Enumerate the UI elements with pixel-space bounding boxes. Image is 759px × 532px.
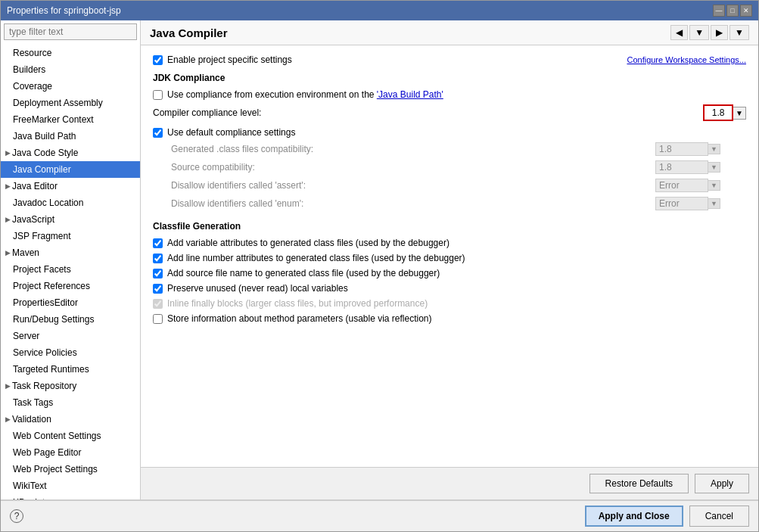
header-right: ◀ ▼ ▶ ▼ (670, 25, 749, 40)
compliance-value: 1.8 (703, 104, 733, 121)
setting-arrow-2[interactable]: ▼ (708, 162, 720, 173)
cf-label-6: Store information about method parameter… (167, 313, 432, 324)
cf-checkbox-5 (153, 299, 163, 309)
forward-button[interactable]: ▶ (711, 25, 728, 40)
jdk-section: JDK Compliance Use compliance from execu… (153, 73, 746, 210)
setting-value-3: Error (655, 179, 708, 192)
sidebar-item-deployment-assembly[interactable]: Deployment Assembly (1, 95, 140, 111)
cf-label-2: Add line number attributes to generated … (167, 253, 465, 263)
enable-row: Enable project specific settings Configu… (153, 54, 746, 65)
setting-arrow-1[interactable]: ▼ (708, 144, 720, 154)
close-button[interactable]: ✕ (740, 5, 752, 17)
use-default-row: Use default compliance settings (153, 127, 746, 138)
enable-project-specific-checkbox[interactable] (153, 55, 163, 65)
cf-checkbox-6[interactable] (153, 314, 163, 324)
setting-arrow-3[interactable]: ▼ (708, 180, 720, 191)
sidebar-tree: Resource Builders Coverage Deployment As… (1, 43, 140, 499)
expand-arrow: ▶ (5, 379, 11, 393)
cancel-button[interactable]: Cancel (689, 506, 749, 527)
footer-buttons: Apply and Close Cancel (585, 506, 749, 527)
java-build-path-link[interactable]: 'Java Build Path' (377, 89, 443, 100)
sidebar: Resource Builders Coverage Deployment As… (1, 20, 141, 499)
use-compliance-label: Use compliance from execution environmen… (167, 89, 443, 100)
cf-label-4: Preserve unused (never read) local varia… (167, 283, 348, 294)
sidebar-item-xdoclet[interactable]: XDoclet (1, 494, 140, 499)
setting-row-4: Disallow identifiers called 'enum': Erro… (171, 197, 746, 210)
sidebar-item-web-project-settings[interactable]: Web Project Settings (1, 461, 140, 478)
expand-arrow: ▶ (5, 213, 11, 226)
setting-label-3: Disallow identifiers called 'assert': (171, 180, 306, 191)
dropdown2-button[interactable]: ▼ (729, 25, 749, 40)
setting-value-4: Error (655, 197, 708, 210)
cf-checkbox-1[interactable] (153, 238, 163, 248)
enable-checkbox-row: Enable project specific settings (153, 54, 292, 65)
setting-label-1: Generated .class files compatibility: (171, 144, 313, 154)
window-title: Properties for springboot-jsp (7, 5, 121, 16)
minimize-button[interactable]: — (713, 5, 725, 17)
sidebar-item-jsp-fragment[interactable]: JSP Fragment (1, 228, 140, 244)
cf-checkbox-3[interactable] (153, 269, 163, 278)
setting-select-2: 1.8 ▼ (655, 160, 746, 174)
maximize-button[interactable]: □ (726, 5, 739, 17)
classfile-section-header: Classfile Generation (153, 221, 746, 232)
right-panel: Java Compiler ◀ ▼ ▶ ▼ Enable project spe… (141, 20, 758, 499)
expand-arrow: ▶ (5, 146, 11, 160)
use-default-label: Use default compliance settings (167, 127, 295, 138)
sidebar-item-task-repository[interactable]: ▶Task Repository (1, 378, 140, 394)
apply-button[interactable]: Apply (695, 474, 749, 493)
cf-option-1: Add variable attributes to generated cla… (153, 238, 746, 248)
sidebar-item-validation[interactable]: ▶Validation (1, 411, 140, 428)
setting-label-2: Source compatibility: (171, 162, 255, 173)
use-default-checkbox[interactable] (153, 128, 163, 138)
cf-checkbox-2[interactable] (153, 254, 163, 263)
sidebar-item-task-tags[interactable]: Task Tags (1, 394, 140, 411)
dropdown-button[interactable]: ▼ (689, 25, 709, 40)
setting-select-1: 1.8 ▼ (655, 142, 746, 156)
sidebar-item-java-build-path[interactable]: Java Build Path (1, 128, 140, 145)
use-compliance-checkbox[interactable] (153, 90, 163, 100)
sidebar-item-java-code-style[interactable]: ▶Java Code Style (1, 145, 140, 161)
sidebar-item-javascript[interactable]: ▶JavaScript (1, 211, 140, 228)
use-compliance-text: Use compliance from execution environmen… (167, 89, 377, 100)
sidebar-item-javadoc[interactable]: Javadoc Location (1, 194, 140, 211)
sidebar-item-freemarker[interactable]: FreeMarker Context (1, 111, 140, 128)
sidebar-item-web-content-settings[interactable]: Web Content Settings (1, 428, 140, 444)
cf-option-2: Add line number attributes to generated … (153, 253, 746, 263)
sidebar-item-java-editor[interactable]: ▶Java Editor (1, 178, 140, 194)
sidebar-item-run-debug[interactable]: Run/Debug Settings (1, 311, 140, 328)
sidebar-item-properties-editor[interactable]: PropertiesEditor (1, 294, 140, 311)
compliance-dropdown[interactable]: ▼ (733, 107, 746, 120)
sidebar-item-targeted-runtimes[interactable]: Targeted Runtimes (1, 361, 140, 378)
classfile-section: Classfile Generation Add variable attrib… (153, 221, 746, 324)
sidebar-item-project-references[interactable]: Project References (1, 278, 140, 294)
panel-content: Enable project specific settings Configu… (141, 45, 758, 467)
help-icon[interactable]: ? (10, 509, 23, 523)
setting-row-2: Source compatibility: 1.8 ▼ (171, 160, 746, 174)
compliance-level-row: Compiler compliance level: 1.8 ▼ (153, 104, 746, 121)
cf-option-4: Preserve unused (never read) local varia… (153, 283, 746, 294)
filter-input[interactable] (4, 23, 137, 40)
setting-arrow-4[interactable]: ▼ (708, 198, 720, 209)
sidebar-item-web-page-editor[interactable]: Web Page Editor (1, 444, 140, 461)
sidebar-item-maven[interactable]: ▶Maven (1, 244, 140, 261)
restore-defaults-button[interactable]: Restore Defaults (589, 474, 689, 493)
sidebar-item-builders[interactable]: Builders (1, 61, 140, 78)
back-button[interactable]: ◀ (670, 25, 688, 40)
jdk-section-header: JDK Compliance (153, 73, 746, 83)
apply-and-close-button[interactable]: Apply and Close (585, 506, 683, 527)
use-compliance-row: Use compliance from execution environmen… (153, 89, 746, 100)
sidebar-item-wikitext[interactable]: WikiText (1, 478, 140, 494)
cf-checkbox-4[interactable] (153, 284, 163, 294)
cf-option-3: Add source file name to generated class … (153, 268, 746, 278)
configure-workspace-link[interactable]: Configure Workspace Settings... (627, 55, 746, 64)
setting-select-3: Error ▼ (655, 179, 746, 192)
sidebar-item-java-compiler[interactable]: Java Compiler (1, 161, 140, 178)
setting-select-4: Error ▼ (655, 197, 746, 210)
nav-buttons: ◀ ▼ ▶ ▼ (670, 25, 749, 40)
footer: ? Apply and Close Cancel (1, 499, 758, 531)
sidebar-item-service-policies[interactable]: Service Policies (1, 344, 140, 361)
sidebar-item-server[interactable]: Server (1, 328, 140, 344)
sidebar-item-coverage[interactable]: Coverage (1, 78, 140, 95)
sidebar-item-resource[interactable]: Resource (1, 45, 140, 61)
sidebar-item-project-facets[interactable]: Project Facets (1, 261, 140, 278)
